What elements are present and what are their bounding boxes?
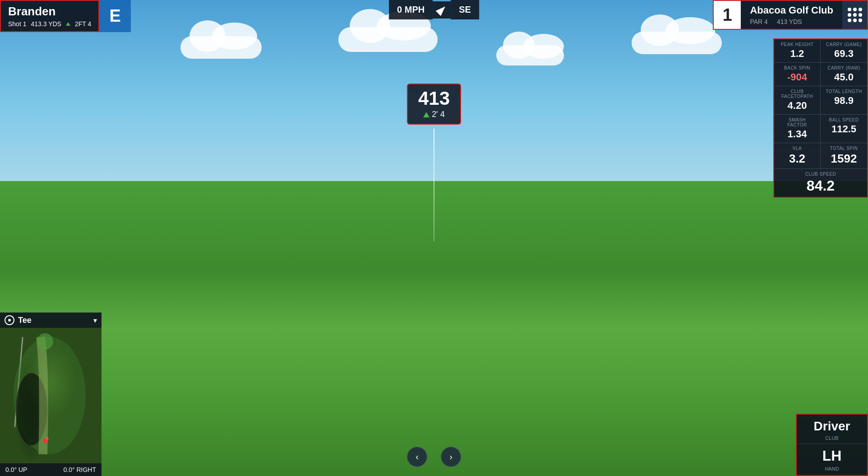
trajectory-line bbox=[434, 129, 434, 242]
total-length-label: TOTAL LENGTH bbox=[825, 89, 863, 94]
stat-row-smash-ball-speed: SMASH FACTOR 1.34 BALL SPEED 112.5 bbox=[774, 115, 867, 143]
club-face-path-label: CLUB FaceToPath bbox=[779, 89, 816, 99]
minimap-footer: 0.0° UP 0.0° RIGHT bbox=[0, 463, 102, 476]
carry-raw-label: CARRY (raw) bbox=[825, 65, 863, 70]
hand-value: LH bbox=[797, 444, 867, 466]
stat-cell-smash-factor: SMASH FACTOR 1.34 bbox=[774, 115, 821, 143]
elevation-right-readout: 0.0° RIGHT bbox=[63, 466, 96, 473]
wind-arrow-box bbox=[433, 1, 451, 19]
stat-cell-peak-height: PEAK HEIGHT 1.2 bbox=[774, 39, 821, 62]
stat-cell-carry-raw: CARRY (raw) 45.0 bbox=[821, 63, 867, 86]
next-button[interactable]: › bbox=[441, 447, 461, 467]
stat-row-peak-carry: PEAK HEIGHT 1.2 CARRY (game) 69.3 bbox=[774, 39, 867, 63]
stats-panel: PEAK HEIGHT 1.2 CARRY (game) 69.3 BACK S… bbox=[773, 38, 868, 198]
cloud-1 bbox=[180, 36, 262, 59]
player-name-box: Branden Shot 1 413.3 YDS 2FT 4 bbox=[0, 0, 99, 32]
distance-yards: 413 bbox=[416, 89, 452, 108]
minimap-svg bbox=[0, 328, 102, 463]
carry-game-value: 69.3 bbox=[825, 48, 863, 60]
vla-label: VLA bbox=[779, 146, 816, 151]
club-panel: Driver CLUB LH HAND bbox=[796, 414, 868, 476]
club-name: Driver bbox=[797, 415, 867, 435]
minimap-panel: Tee ▾ 0.0° UP 0.0° RIGHT bbox=[0, 313, 102, 476]
player-name: Branden bbox=[8, 5, 91, 19]
carry-game-label: CARRY (game) bbox=[825, 42, 863, 47]
stat-cell-ball-speed: BALL SPEED 112.5 bbox=[821, 115, 867, 143]
distance-elevation: 2' 4 bbox=[416, 110, 452, 119]
stat-row-club-speed: CLUB SPEED 84.2 bbox=[774, 169, 867, 197]
prev-button[interactable]: ‹ bbox=[407, 447, 427, 467]
smash-factor-value: 1.34 bbox=[779, 128, 816, 140]
dropdown-arrow-icon[interactable]: ▾ bbox=[93, 316, 97, 325]
ball-speed-label: BALL SPEED bbox=[825, 117, 863, 122]
stat-cell-total-spin: TOTAL SPIN 1592 bbox=[821, 143, 867, 168]
distance-marker: 413 2' 4 bbox=[407, 84, 461, 125]
total-length-value: 98.9 bbox=[825, 95, 863, 107]
cloud-3 bbox=[496, 45, 564, 65]
minimap-header[interactable]: Tee ▾ bbox=[0, 313, 102, 328]
bottom-nav: ‹ › bbox=[407, 447, 461, 467]
shot-number: Shot 1 bbox=[8, 20, 26, 28]
stat-cell-club-speed: CLUB SPEED 84.2 bbox=[774, 169, 867, 197]
stat-cell-vla: VLA 3.2 bbox=[774, 143, 821, 168]
target-inner bbox=[8, 319, 11, 322]
minimap-image[interactable] bbox=[0, 328, 102, 463]
menu-dots-icon bbox=[848, 8, 862, 22]
shot-elevation: 2FT 4 bbox=[75, 20, 91, 28]
elevation-arrow-icon bbox=[423, 112, 429, 117]
stat-cell-total-length: TOTAL LENGTH 98.9 bbox=[821, 86, 867, 114]
player-panel: Branden Shot 1 413.3 YDS 2FT 4 E bbox=[0, 0, 131, 32]
course-par: PAR 4 bbox=[750, 18, 767, 25]
club-speed-label: CLUB SPEED bbox=[779, 172, 863, 177]
ball-speed-value: 112.5 bbox=[825, 123, 863, 135]
player-shot-info: Shot 1 413.3 YDS 2FT 4 bbox=[8, 20, 91, 28]
carry-raw-value: 45.0 bbox=[825, 71, 863, 83]
back-spin-value: -904 bbox=[779, 71, 816, 83]
svg-point-2 bbox=[37, 333, 53, 350]
course-info-box: Abacoa Golf Club PAR 4 413 YDS bbox=[741, 1, 842, 29]
stat-cell-club-face-path: CLUB FaceToPath 4.20 bbox=[774, 86, 821, 114]
peak-height-label: PEAK HEIGHT bbox=[779, 42, 816, 47]
stat-cell-back-spin: BACK SPIN -904 bbox=[774, 63, 821, 86]
cloud-2 bbox=[338, 27, 438, 52]
elevation-up-icon bbox=[66, 22, 70, 26]
elevation-up-readout: 0.0° UP bbox=[5, 466, 27, 473]
vla-value: 3.2 bbox=[779, 152, 816, 166]
stat-row-vla-total-spin: VLA 3.2 TOTAL SPIN 1592 bbox=[774, 143, 867, 169]
stat-row-facetopath-total-length: CLUB FaceToPath 4.20 TOTAL LENGTH 98.9 bbox=[774, 86, 867, 115]
smash-factor-label: SMASH FACTOR bbox=[779, 117, 816, 127]
compass-direction: E bbox=[110, 6, 121, 26]
hand-label: HAND bbox=[797, 466, 867, 475]
stat-cell-carry-game: CARRY (game) 69.3 bbox=[821, 39, 867, 62]
wind-panel: 0 MPH SE bbox=[389, 0, 479, 19]
target-icon bbox=[5, 315, 14, 325]
stat-row-backspin-carry-raw: BACK SPIN -904 CARRY (raw) 45.0 bbox=[774, 63, 867, 86]
hole-number: 1 bbox=[723, 5, 732, 25]
total-spin-label: TOTAL SPIN bbox=[825, 146, 863, 151]
hole-number-box: 1 bbox=[714, 1, 741, 29]
back-spin-label: BACK SPIN bbox=[779, 65, 816, 70]
club-face-path-value: 4.20 bbox=[779, 100, 816, 112]
peak-height-value: 1.2 bbox=[779, 48, 816, 60]
total-spin-value: 1592 bbox=[825, 152, 863, 166]
course-panel: 1 Abacoa Golf Club PAR 4 413 YDS bbox=[713, 0, 868, 30]
course-details: PAR 4 413 YDS bbox=[750, 18, 833, 25]
club-speed-value: 84.2 bbox=[779, 177, 863, 194]
course-name: Abacoa Golf Club bbox=[750, 5, 833, 16]
wind-direction-arrow-icon bbox=[436, 4, 448, 16]
wind-speed: 0 MPH bbox=[389, 0, 433, 19]
wind-direction: SE bbox=[451, 0, 479, 19]
menu-button[interactable] bbox=[842, 1, 867, 29]
cloud-4 bbox=[632, 32, 722, 54]
compass-box: E bbox=[99, 0, 131, 32]
club-sub-label: CLUB bbox=[797, 435, 867, 444]
tee-label: Tee bbox=[18, 316, 90, 325]
course-yardage: 413 YDS bbox=[777, 18, 802, 25]
svg-point-3 bbox=[43, 439, 47, 443]
shot-distance: 413.3 YDS bbox=[31, 20, 61, 28]
